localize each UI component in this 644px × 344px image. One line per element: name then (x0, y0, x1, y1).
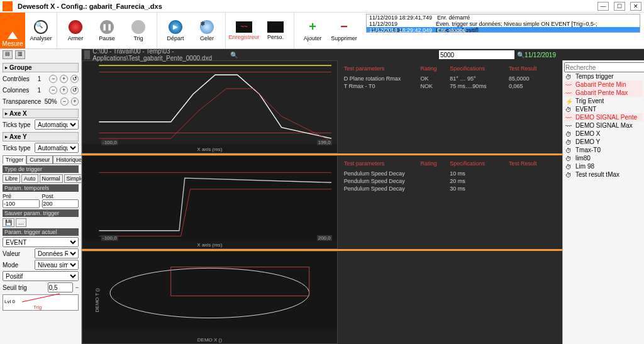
search-icon[interactable]: 🔍 (230, 52, 238, 58)
channel-item[interactable]: ⏱EVENT (564, 105, 643, 113)
minimize-button[interactable]: — (597, 2, 609, 11)
channel-item[interactable]: ⚡Trig Event (564, 97, 643, 105)
section-groupe[interactable]: Groupe (3, 63, 79, 72)
trig-button[interactable]: Trig (123, 13, 154, 48)
supprimer-button[interactable]: −Supprimer (328, 13, 360, 48)
controles-reset[interactable]: ↺ (70, 75, 79, 83)
pause-icon: ❚❚ (100, 20, 114, 34)
chart-area: faurecia Automotive Seating 🔍 -100,0 199… (82, 49, 562, 344)
channel-item[interactable]: ⏱DEMO Y (564, 138, 643, 146)
recorder-icon: ~~ (236, 21, 252, 33)
record-icon (69, 20, 82, 34)
ribbon: Mesure 🔍 Analyser Armer ❚❚Pause Trig ▶Dé… (0, 13, 644, 49)
panel-tab-2[interactable]: ▥ (15, 50, 25, 59)
post-input[interactable] (42, 199, 79, 208)
transp-minus[interactable]: − (60, 97, 68, 106)
event-select[interactable]: EVENT (3, 237, 79, 247)
path-search-input[interactable] (439, 50, 514, 59)
window-title: Dewesoft X - Config.: gabarit_Faurecia_.… (18, 3, 162, 10)
path-bar: C:\00 - Travail\00 - Temp\03 - Applicati… (82, 49, 644, 60)
event-log[interactable]: 11/12/2019 18:29:41,749Enr. démarré 11/1… (366, 14, 640, 33)
section-axex[interactable]: Axe X (3, 109, 79, 118)
params-xy (338, 251, 562, 344)
channel-item[interactable]: 〰Gabarit Pente Min (564, 80, 643, 89)
axex-ticks-select[interactable]: Automatique (35, 119, 79, 130)
section-param-actuel: Param. trigger actuel (3, 228, 79, 236)
channel-item[interactable]: ⏱Temps trigger (564, 72, 643, 80)
trig-icon (131, 20, 145, 34)
pre-input[interactable] (3, 199, 40, 208)
ajouter-button[interactable]: +Ajouter (297, 13, 328, 48)
trig-normal[interactable]: Normal (40, 174, 63, 183)
tab-curseur[interactable]: Curseur (26, 155, 53, 164)
tab-trigger[interactable]: Trigger (3, 155, 26, 164)
colonnes-plus[interactable]: + (60, 86, 68, 94)
controles-plus[interactable]: + (60, 75, 68, 83)
titlebar: Dewesoft X - Config.: gabarit_Faurecia_.… (0, 0, 644, 13)
play-icon: ▶ (169, 20, 182, 34)
enregistreur-button[interactable]: ~~Enregistreur (228, 13, 260, 48)
property-panel: ▤ ▥ Groupe Contrôles1−+↺ Colonnes1−+↺ Tr… (0, 49, 82, 344)
svg-rect-4 (82, 156, 337, 239)
plus-icon: + (309, 19, 316, 34)
colonnes-minus[interactable]: − (49, 86, 57, 94)
trig-simple[interactable]: Simple (64, 174, 82, 183)
channel-item[interactable]: 〰Gabarit Pente Max (564, 89, 643, 97)
channel-item[interactable]: ⏱Test result tMax (564, 170, 643, 179)
tab-mesure[interactable]: Mesure (0, 13, 25, 48)
channel-item[interactable]: ⏱lim80 (564, 154, 643, 162)
channel-item[interactable]: 〰DEMO SIGNAL Max (564, 121, 643, 130)
depart-button[interactable]: ▶Départ (160, 13, 191, 48)
mesure-icon (8, 31, 18, 39)
transp-plus[interactable]: + (71, 97, 79, 106)
save-slot[interactable]: 💾 (3, 218, 14, 227)
geler-button[interactable]: ❄Geler (191, 13, 223, 48)
panel-tab-1[interactable]: ▤ (3, 50, 13, 59)
chart-xy[interactable]: Enregistreur XY DEMO X () DEMO T () (82, 251, 338, 344)
section-axey[interactable]: Axe Y (3, 132, 79, 141)
armer-button[interactable]: Armer (60, 13, 91, 48)
close-button[interactable]: ✕ (630, 2, 641, 11)
trigger-diagram: Lvl 0 Trig (3, 294, 79, 311)
channel-item[interactable]: ⏱Lim 98 (564, 162, 643, 170)
channel-panel: 🔍 ⏱Temps trigger 〰Gabarit Pente Min 〰Gab… (562, 49, 644, 344)
channel-item[interactable]: ⏱DEMO X (564, 130, 643, 138)
perso-button[interactable]: Perso. (260, 13, 291, 48)
tab-historique[interactable]: Historique (53, 155, 82, 164)
date-label: 11/12/2019 (525, 52, 556, 58)
axey-ticks-select[interactable]: Automatique (35, 143, 79, 153)
colonnes-reset[interactable]: ↺ (70, 86, 79, 94)
file-path: C:\00 - Travail\00 - Temp\03 - Applicati… (92, 48, 228, 62)
freeze-icon: ❄ (200, 20, 214, 34)
mode-select[interactable]: Niveau simple (35, 260, 79, 270)
trig-libre[interactable]: Libre (3, 174, 20, 183)
app-icon (3, 1, 13, 11)
search-icon[interactable]: 🔍 (517, 52, 525, 58)
section-param-temp: Param. temporels (3, 184, 79, 192)
channel-search[interactable] (564, 62, 644, 72)
home-icon[interactable] (84, 50, 90, 59)
perso-icon (267, 21, 284, 33)
channel-item[interactable]: ⏱Tmax-T0 (564, 146, 643, 154)
chart-upper[interactable]: faurecia Automotive Seating 🔍 -100,0 199… (82, 60, 338, 153)
trig-auto[interactable]: Auto (21, 174, 38, 183)
svg-rect-6 (82, 252, 337, 329)
pause-button[interactable]: ❚❚Pause (91, 13, 123, 48)
channel-item[interactable]: 〰DEMO SIGNAL Pente (564, 113, 643, 121)
params-upper: Test parametersRatingSpecificationsTest … (338, 60, 562, 153)
maximize-button[interactable]: ☐ (614, 2, 625, 11)
direction-select[interactable]: Positif (3, 271, 79, 281)
params-scope: Test parametersRatingSpecificationsTest … (338, 155, 562, 248)
controles-minus[interactable]: − (49, 75, 57, 83)
tab-analyser[interactable]: 🔍 Analyser (25, 13, 57, 48)
valeur-select[interactable]: Données Réelles (35, 248, 79, 258)
section-type-trigger: Type de trigger (3, 165, 79, 173)
seuil-input[interactable] (48, 282, 73, 292)
minus-icon: − (340, 19, 348, 34)
chart-scope[interactable]: Non armé Scope 🔍 -100,0 200,0 X axis (ms… (82, 155, 338, 248)
analyser-icon: 🔍 (34, 20, 48, 34)
section-sauver: Sauver param. trigger (3, 209, 79, 217)
